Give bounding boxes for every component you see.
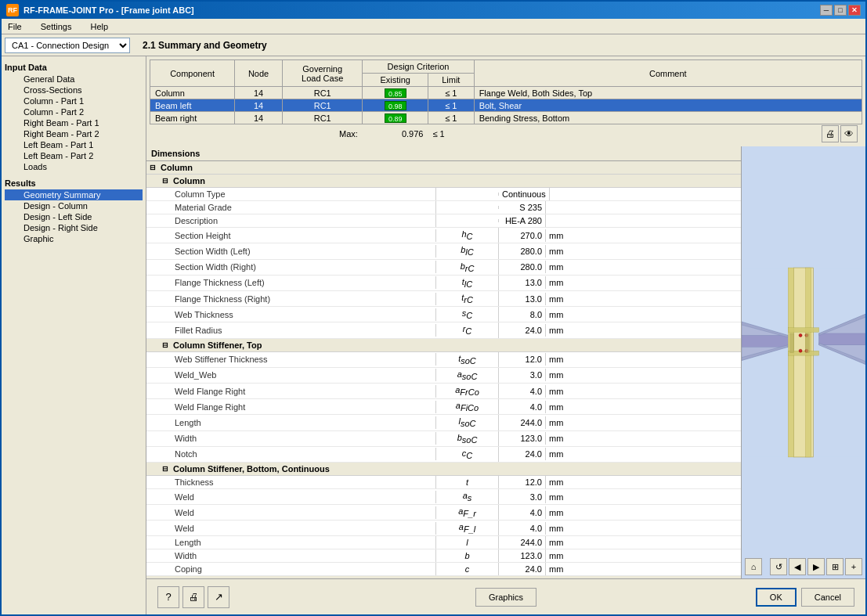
home-icon-button[interactable]: ⌂ — [745, 558, 762, 575]
nav-design-column[interactable]: Design - Column — [5, 200, 143, 211]
minimize-button[interactable]: ─ — [820, 5, 833, 16]
nav-left-beam-part2[interactable]: Left Beam - Part 2 — [5, 150, 143, 161]
tree-column-subgroup[interactable]: ⊟ Column — [146, 175, 741, 188]
eye-icon-button[interactable]: 👁 — [840, 125, 858, 142]
close-button[interactable]: ✕ — [848, 5, 861, 16]
svg-rect-10 — [788, 268, 793, 457]
list-item: Weld as 3.0 mm — [146, 489, 741, 505]
dimensions-panel: Dimensions ⊟ Column ⊟ Column — [146, 146, 742, 578]
list-item: Width b 123.0 mm — [146, 549, 741, 563]
svg-rect-11 — [805, 268, 811, 457]
section-title: 2.1 Summary and Geometry — [143, 40, 267, 51]
svg-rect-12 — [788, 328, 819, 333]
connection-design-dropdown[interactable]: CA1 - Connection Design — [5, 38, 130, 53]
nav-geometry-summary[interactable]: Geometry Summary — [5, 189, 143, 200]
cell-existing: 0.85 — [363, 87, 428, 99]
cell-existing: 0.89 — [363, 112, 428, 124]
preview-toolbar: ↺ ◀ ▶ ⊞ + — [770, 558, 862, 575]
list-item: Description HE-A 280 — [146, 214, 741, 228]
nav-left-beam-part1[interactable]: Left Beam - Part 1 — [5, 139, 143, 150]
nav-right-beam-part1[interactable]: Right Beam - Part 1 — [5, 117, 143, 128]
zoom-in-button[interactable]: + — [845, 558, 862, 575]
tree-subgroup-label: Column Stiffener, Top — [173, 340, 262, 350]
tree-group-label: Column — [161, 163, 193, 172]
max-row: Max: 0.976 ≤ 1 🖨 👁 — [150, 124, 862, 144]
main-window: RF RF-FRAME-JOINT Pro - [Frame joint ABC… — [0, 0, 867, 616]
dimensions-header: Dimensions — [146, 146, 741, 161]
nav-column-part2[interactable]: Column - Part 2 — [5, 106, 143, 117]
tree-column-group[interactable]: ⊟ Column — [146, 161, 741, 175]
max-value: 0.976 — [363, 124, 428, 144]
svg-rect-2 — [742, 336, 788, 348]
max-limit: ≤ 1 — [428, 124, 474, 144]
rotate-view-button[interactable]: ↺ — [770, 558, 787, 575]
cell-existing: 0.98 — [363, 99, 428, 112]
list-item: Coping c 24.0 mm — [146, 563, 741, 576]
list-item: Web Thickness sC 8.0 mm — [146, 307, 741, 322]
list-item: Material Grade S 235 — [146, 201, 741, 214]
list-item: Length lsoC 244.0 mm — [146, 415, 741, 430]
tree-stiffener-bottom-subgroup[interactable]: ⊟ Column Stiffener, Bottom, Continuous — [146, 463, 741, 476]
zoom-fit-button[interactable]: ⊞ — [826, 558, 844, 575]
input-data-section: Input Data — [5, 63, 143, 72]
cell-comment: Flange Weld, Both Sides, Top — [474, 87, 862, 99]
cell-load-case: RC1 — [282, 87, 362, 99]
graphics-button[interactable]: Graphics — [475, 588, 536, 607]
maximize-button[interactable]: □ — [834, 5, 847, 16]
svg-rect-18 — [790, 333, 794, 353]
cell-load-case: RC1 — [282, 99, 362, 112]
menu-file[interactable]: File — [5, 21, 25, 32]
nav-general-data[interactable]: General Data — [5, 74, 143, 85]
split-area: Dimensions ⊟ Column ⊟ Column — [146, 146, 865, 578]
nav-right-beam-part2[interactable]: Right Beam - Part 2 — [5, 128, 143, 139]
cell-comment: Bolt, Shear — [474, 99, 862, 112]
list-item: Notch cC 24.0 mm — [146, 447, 741, 463]
frame-joint-preview — [742, 171, 865, 554]
cell-comment: Bending Stress, Bottom — [474, 112, 862, 124]
nav-design-left[interactable]: Design - Left Side — [5, 211, 143, 222]
svg-point-14 — [799, 334, 802, 337]
menu-settings[interactable]: Settings — [38, 21, 75, 32]
nav-loads[interactable]: Loads — [5, 161, 143, 172]
cancel-button[interactable]: Cancel — [801, 588, 854, 607]
cell-component: Column — [150, 87, 235, 99]
list-item: Flange Thickness (Right) trC 13.0 mm — [146, 291, 741, 307]
next-view-button[interactable]: ▶ — [807, 558, 825, 575]
nav-graphic[interactable]: Graphic — [5, 233, 143, 244]
title-bar-controls: ─ □ ✕ — [820, 5, 861, 16]
footer-center: Graphics — [392, 588, 620, 607]
nav-column-part1[interactable]: Column - Part 1 — [5, 95, 143, 106]
list-item: Flange Thickness (Left) tlC 13.0 mm — [146, 276, 741, 291]
preview-panel: ↺ ◀ ▶ ⊞ + ⌂ — [742, 146, 865, 578]
title-bar-left: RF RF-FRAME-JOINT Pro - [Frame joint ABC… — [6, 4, 194, 16]
menu-help[interactable]: Help — [87, 21, 111, 32]
nav-design-right[interactable]: Design - Right Side — [5, 222, 143, 233]
print-icon-button[interactable]: 🖨 — [822, 125, 839, 142]
toolbar: CA1 - Connection Design 2.1 Summary and … — [2, 34, 865, 56]
cell-component: Beam left — [150, 99, 235, 112]
help-button[interactable]: ? — [157, 586, 179, 608]
max-label: Max: — [282, 124, 362, 144]
collapse-icon: ⊟ — [150, 164, 156, 171]
ok-button[interactable]: OK — [756, 588, 797, 607]
th-existing: Existing — [363, 74, 428, 87]
list-item: Section Width (Left) blC 280.0 mm — [146, 243, 741, 259]
list-item: Web Stiffener Thickness tsoC 12.0 mm — [146, 352, 741, 368]
dimensions-scroll[interactable]: ⊟ Column ⊟ Column Column Type Continuous — [146, 161, 741, 578]
prev-view-button[interactable]: ◀ — [789, 558, 806, 575]
svg-rect-19 — [805, 333, 809, 353]
tree-stiffener-top-subgroup[interactable]: ⊟ Column Stiffener, Top — [146, 339, 741, 352]
summary-table-area: Component Node GoverningLoad Case Design… — [146, 56, 865, 146]
tree-subgroup-label: Column — [173, 176, 205, 186]
list-item: Column Type Continuous — [146, 188, 741, 201]
print-footer-button[interactable]: 🖨 — [182, 586, 204, 608]
cell-node: 14 — [235, 99, 283, 112]
list-item: Weld Flange Right aFiCo 4.0 mm — [146, 399, 741, 415]
export-button[interactable]: ↗ — [208, 586, 229, 608]
results-section: Results — [5, 178, 143, 188]
right-content: Component Node GoverningLoad Case Design… — [146, 56, 865, 614]
list-item: Length l 244.0 mm — [146, 536, 741, 549]
cell-limit: ≤ 1 — [428, 99, 474, 112]
th-comment: Comment — [474, 60, 862, 87]
nav-cross-sections[interactable]: Cross-Sections — [5, 85, 143, 95]
